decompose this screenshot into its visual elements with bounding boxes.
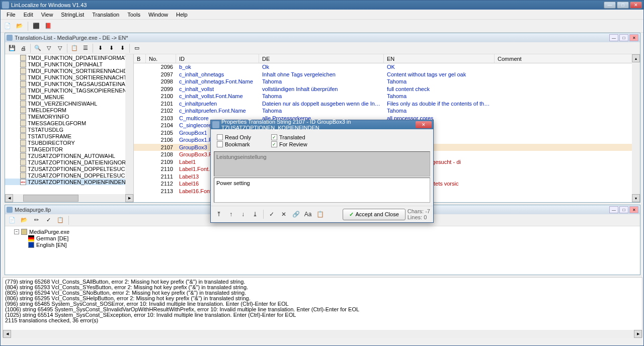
table-vertical-scrollbar[interactable]: ▲ ▼ xyxy=(632,54,640,202)
translate2-icon[interactable]: ⬇ xyxy=(106,43,116,53)
scroll-left-icon[interactable]: ◀ xyxy=(5,194,13,202)
table-row[interactable]: 2100c_inhalt_vollst.Font.NameTahomaTahom… xyxy=(134,93,640,100)
scroll-down-icon[interactable]: ▼ xyxy=(632,194,640,202)
project-lang-item[interactable]: English [EN] xyxy=(7,241,638,248)
tree-item[interactable]: TMDI_VERZEICHNISWAHL xyxy=(5,100,125,107)
column-header-de[interactable]: DE xyxy=(259,54,384,63)
column-header-b[interactable]: B xyxy=(134,54,146,63)
translate3-icon[interactable]: ⬇ xyxy=(117,43,127,53)
log-horizontal-scrollbar[interactable]: ◀ ▶ xyxy=(3,330,642,338)
menu-window[interactable]: Window xyxy=(144,11,172,19)
scrollbar-thumb[interactable] xyxy=(23,195,78,202)
filter2-icon[interactable]: ▽ xyxy=(55,43,65,53)
tree-item[interactable]: TSTATUSDLG xyxy=(5,126,125,133)
new-file-icon[interactable]: 📄 xyxy=(3,21,13,31)
target-text-area[interactable]: Power setting xyxy=(214,178,430,203)
tree-horizontal-scrollbar[interactable]: ◀ ▶ xyxy=(5,194,133,202)
project-close-button[interactable]: ✕ xyxy=(629,206,638,213)
exe-icon[interactable]: ⬛ xyxy=(31,21,41,31)
move-first-icon[interactable]: ⤒ xyxy=(214,209,224,219)
proj-open-icon[interactable]: 📂 xyxy=(19,215,29,225)
column-header-id[interactable]: ID xyxy=(176,54,259,63)
menu-stringlist[interactable]: StringList xyxy=(57,11,88,19)
menu-file[interactable]: File xyxy=(3,11,20,19)
menu-edit[interactable]: Edit xyxy=(20,11,37,19)
table-row[interactable]: 2097c_inhalt_ohnetagsInhalt ohne Tags ve… xyxy=(134,71,640,78)
table-row[interactable]: 2096b_okOkOK xyxy=(134,63,640,71)
log-body[interactable]: (779) string 65268 Vcl_Consts_SAllButton… xyxy=(3,278,642,330)
proj-check-icon[interactable]: ✓ xyxy=(43,215,53,225)
cancel-icon[interactable]: ✕ xyxy=(279,209,289,219)
move-up-icon[interactable]: ↑ xyxy=(226,209,236,219)
tree-item[interactable]: TMDI_FUNKTION_DPINHALT xyxy=(5,61,125,67)
close-button[interactable]: ✕ xyxy=(630,2,642,9)
menu-view[interactable]: View xyxy=(37,11,57,19)
project-maximize-button[interactable]: □ xyxy=(619,206,628,213)
tree-item[interactable]: TMDI_FUNKTION_SORTIERENNACHDATEINAMEN xyxy=(5,67,125,74)
column-header-en[interactable]: EN xyxy=(384,54,495,63)
print-icon[interactable]: 🖨 xyxy=(18,43,28,53)
table-row[interactable]: 2098c_inhalt_ohnetags.Font.NameTahomaTah… xyxy=(134,78,640,85)
maximize-button[interactable]: □ xyxy=(617,2,629,9)
table-row[interactable]: 2102c_inhaltpruefen.Font.NameTahomaTahom… xyxy=(134,107,640,115)
check-icon[interactable]: ✓ xyxy=(267,209,277,219)
tree-item[interactable]: TSUBDIRECTORY xyxy=(5,139,125,146)
tree-list[interactable]: TMDI_FUNKTION_DPDATEIINFORMATIONENTMDI_F… xyxy=(5,54,125,185)
column-header-comment[interactable]: Comment xyxy=(495,54,640,63)
filter-icon[interactable]: ▽ xyxy=(44,43,54,53)
forreview-checkbox-row[interactable]: ✓ For Review xyxy=(271,141,307,147)
link-icon[interactable]: 🔗 xyxy=(291,209,301,219)
scroll-right-icon[interactable]: ▶ xyxy=(125,194,133,202)
minimize-button[interactable]: — xyxy=(604,2,616,9)
expand-icon[interactable]: − xyxy=(14,229,19,234)
dialog-close-button[interactable]: ✕ xyxy=(416,121,432,128)
tree-item[interactable]: TTAGEDITOR xyxy=(5,146,125,152)
accept-and-close-button[interactable]: ✓ Accept and Close xyxy=(343,209,406,220)
scroll-right-icon[interactable]: ▶ xyxy=(634,330,642,338)
copy-icon[interactable]: 📋 xyxy=(69,43,79,53)
tree-item[interactable]: TZUSATZOPTIONEN_DOPPELTESUCHENAFP xyxy=(5,172,125,179)
project-lang-item[interactable]: German [DE] xyxy=(7,235,638,241)
tree-item[interactable]: TZUSATZOPTIONEN_AUTOWAHL xyxy=(5,152,125,159)
scroll-left-icon[interactable]: ◀ xyxy=(3,330,11,338)
translated-checkbox[interactable]: ✓ xyxy=(271,134,277,140)
tree-item[interactable]: TMESSAGEDLGFORM xyxy=(5,120,125,126)
bookmark-checkbox-row[interactable]: Bookmark xyxy=(217,141,251,147)
table-row[interactable]: 2099c_inhalt_vollstvollständigen Inhalt … xyxy=(134,85,640,93)
book-icon[interactable]: 📕 xyxy=(43,21,53,31)
scroll-up-icon[interactable]: ▲ xyxy=(632,54,640,62)
tree-item[interactable]: TZUSATZOPTIONEN_DOPPELTESUCHENAEHNLIC xyxy=(5,165,125,172)
proj-new-icon[interactable]: 📄 xyxy=(7,215,17,225)
doc-minimize-button[interactable]: — xyxy=(609,34,618,41)
move-last-icon[interactable]: ⤓ xyxy=(250,209,260,219)
menu-help[interactable]: Help xyxy=(172,11,192,19)
bookmark-checkbox[interactable] xyxy=(217,141,223,147)
doc-maximize-button[interactable]: □ xyxy=(619,34,628,41)
project-root-item[interactable]: − MediaPurge.exe xyxy=(7,228,638,235)
table-row[interactable]: 2101c_inhaltpruefenDateien nur als doppe… xyxy=(134,100,640,108)
forreview-checkbox[interactable]: ✓ xyxy=(271,141,277,147)
move-down-icon[interactable]: ↓ xyxy=(238,209,248,219)
tree-item[interactable]: TMDI_FUNKTION_DPDATEIINFORMATIONEN xyxy=(5,54,125,61)
save-icon[interactable]: 💾 xyxy=(7,43,17,53)
menu-tools[interactable]: Tools xyxy=(123,11,144,19)
tree-item[interactable]: TSTATUSFRAME xyxy=(5,133,125,139)
case-icon[interactable]: Aa xyxy=(303,209,313,219)
tree-item[interactable]: TMELDEFORM xyxy=(5,107,125,113)
tree-vertical-scrollbar[interactable] xyxy=(125,54,133,194)
project-tree[interactable]: − MediaPurge.exe German [DE]English [EN] xyxy=(5,226,640,250)
doc-close-button[interactable]: ✕ xyxy=(629,34,638,41)
tree-item[interactable]: TMDI_MENUE xyxy=(5,94,125,100)
readonly-checkbox[interactable] xyxy=(217,134,223,140)
tree-item[interactable]: TMEMORYINFO xyxy=(5,113,125,120)
proj-copy-icon[interactable]: 📋 xyxy=(55,215,65,225)
tree-item[interactable]: TZUSATZOPTIONEN_DATEIENIGNORIEREN xyxy=(5,159,125,165)
tree-item[interactable]: TMDI_FUNKTION_SORTIERENNACHTAGS xyxy=(5,74,125,80)
project-minimize-button[interactable]: — xyxy=(609,206,618,213)
list-icon[interactable]: ☰ xyxy=(80,43,91,53)
proj-edit-icon[interactable]: ✏ xyxy=(31,215,41,225)
readonly-checkbox-row[interactable]: Read Only xyxy=(217,134,251,140)
tree-item[interactable]: TMDI_FUNKTION_TAGSAUSDATEINAMEN xyxy=(5,80,125,87)
column-header-no[interactable]: No. xyxy=(146,54,176,63)
clipboard-icon[interactable]: 📋 xyxy=(315,209,325,219)
